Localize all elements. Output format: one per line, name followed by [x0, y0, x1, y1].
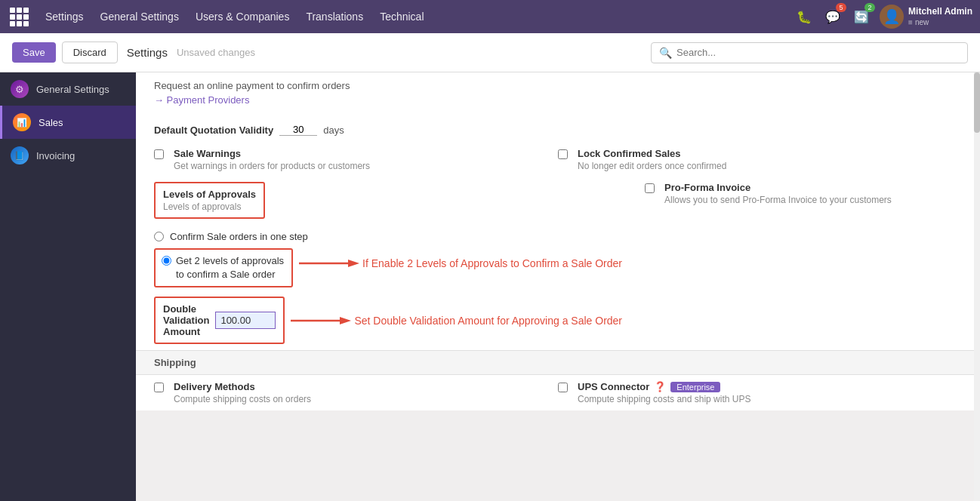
- search-bar: 🔍: [651, 42, 968, 63]
- radio-option-one-step: Confirm Sale orders in one step: [154, 231, 622, 242]
- lock-confirmed-section: Lock Confirmed Sales No longer edit orde…: [558, 148, 962, 171]
- radio-one-step-label: Confirm Sale orders in one step: [170, 231, 308, 242]
- approvals-col: Levels of Approvals Levels of approvals …: [154, 182, 637, 344]
- sale-warnings-desc: Get warnings in orders for products or c…: [174, 161, 558, 171]
- scrollbar-thumb[interactable]: [974, 72, 980, 133]
- proforma-checkbox[interactable]: [645, 183, 655, 193]
- proforma-col: Pro-Forma Invoice Allows you to send Pro…: [637, 182, 962, 205]
- toolbar: Save Discard Settings Unsaved changes 🔍: [0, 33, 980, 72]
- nav-settings[interactable]: Settings: [44, 8, 85, 26]
- delivery-methods-checkbox[interactable]: [154, 383, 164, 392]
- top-info: Request an online payment to confirm ord…: [136, 72, 980, 116]
- avatar: 👤: [880, 5, 904, 29]
- lock-confirmed-checkbox[interactable]: [558, 149, 568, 159]
- nav-translations[interactable]: Translations: [304, 8, 365, 26]
- annotation2-text: Set Double Validation Amount for Approvi…: [354, 315, 622, 327]
- svg-marker-1: [348, 260, 359, 267]
- sidebar-item-invoicing[interactable]: 📘 Invoicing: [0, 139, 136, 172]
- radio2-annotation-row: Get 2 levels of approvals to confirm a S…: [154, 248, 622, 287]
- user-tag: ≡ new: [908, 17, 972, 27]
- quotation-days-input[interactable]: [279, 124, 317, 136]
- arrow1-svg: [299, 256, 359, 271]
- ups-connector-title: UPS Connector: [578, 381, 649, 392]
- sidebar: ⚙ General Settings 📊 Sales 📘 Invoicing: [0, 72, 136, 501]
- nav-general-settings[interactable]: General Settings: [99, 8, 180, 26]
- user-name: Mitchell Admin: [908, 6, 972, 18]
- radio-options: Confirm Sale orders in one step: [154, 231, 622, 242]
- validation-row: Double Validation Amount Set Double Vali…: [154, 297, 622, 344]
- radio-two-levels[interactable]: [162, 256, 171, 266]
- sidebar-label-sales: Sales: [39, 117, 63, 128]
- nav-technical[interactable]: Technical: [378, 8, 425, 26]
- arrow2-container: Set Double Validation Amount for Approvi…: [291, 313, 622, 328]
- arrow2-svg: [291, 313, 351, 328]
- svg-marker-3: [340, 317, 351, 324]
- quotation-row: Default Quotation Validity days: [136, 116, 980, 143]
- chat-badge: 5: [836, 3, 846, 12]
- approvals-box: Levels of Approvals Levels of approvals: [154, 182, 265, 219]
- delivery-methods-section: Delivery Methods Compute shipping costs …: [154, 381, 558, 404]
- validation-input[interactable]: [215, 312, 276, 329]
- quotation-label: Default Quotation Validity: [154, 124, 273, 136]
- proforma-row: Pro-Forma Invoice Allows you to send Pro…: [645, 182, 962, 205]
- ups-connector-desc: Compute shipping costs and ship with UPS: [578, 394, 962, 404]
- search-icon: 🔍: [659, 47, 672, 59]
- radio2-box: Get 2 levels of approvals to confirm a S…: [154, 248, 293, 287]
- general-settings-icon: ⚙: [11, 80, 29, 98]
- warnings-row: Sale Warnings Get warnings in orders for…: [136, 143, 980, 176]
- shipping-header: Shipping: [136, 350, 980, 375]
- quotation-unit: days: [323, 124, 344, 136]
- discard-button[interactable]: Discard: [62, 41, 118, 63]
- sidebar-label-general: General Settings: [36, 84, 109, 95]
- proforma-desc: Allows you to send Pro-Forma Invoice to …: [664, 195, 962, 205]
- delivery-methods-desc: Compute shipping costs on orders: [174, 394, 558, 404]
- help-icon[interactable]: ❓: [654, 381, 666, 392]
- online-payment-text: Request an online payment to confirm ord…: [154, 80, 350, 91]
- app-grid-icon[interactable]: [8, 5, 30, 28]
- approvals-proforma-row: Levels of Approvals Levels of approvals …: [136, 176, 980, 350]
- ups-connector-section: UPS Connector ❓ Enterprise Compute shipp…: [558, 381, 962, 404]
- payment-providers-link[interactable]: → Payment Providers: [154, 94, 249, 106]
- chat-icon-button[interactable]: 💬 5: [822, 6, 843, 27]
- main-content: Request an online payment to confirm ord…: [136, 72, 980, 410]
- radio-two-levels-label: Get 2 levels of approvals to confirm a S…: [176, 254, 285, 281]
- sidebar-item-general[interactable]: ⚙ General Settings: [0, 72, 136, 106]
- lock-confirmed-title: Lock Confirmed Sales: [578, 148, 962, 159]
- proforma-title: Pro-Forma Invoice: [664, 182, 962, 193]
- validation-label: Double Validation Amount: [163, 303, 209, 337]
- approvals-box-title: Levels of Approvals: [163, 189, 256, 200]
- sale-warnings-title: Sale Warnings: [174, 148, 558, 159]
- activity-icon-button[interactable]: 🔄 2: [851, 6, 872, 27]
- sales-icon: 📊: [13, 113, 31, 131]
- sale-warnings-checkbox[interactable]: [154, 149, 164, 159]
- user-name-block: Mitchell Admin ≡ new: [908, 6, 972, 28]
- approvals-box-sub: Levels of approvals: [163, 201, 256, 212]
- sidebar-item-sales[interactable]: 📊 Sales: [0, 106, 136, 139]
- delivery-methods-title: Delivery Methods: [174, 381, 558, 392]
- app-body: ⚙ General Settings 📊 Sales 📘 Invoicing R…: [0, 72, 980, 501]
- page-title: Settings: [127, 46, 168, 59]
- shipping-items-row: Delivery Methods Compute shipping costs …: [136, 375, 980, 410]
- lock-confirmed-desc: No longer edit orders once confirmed: [578, 161, 962, 171]
- search-input[interactable]: [676, 47, 960, 58]
- bug-icon-button[interactable]: 🐛: [794, 6, 815, 27]
- enterprise-badge: Enterprise: [670, 382, 720, 392]
- invoicing-icon: 📘: [11, 146, 29, 164]
- unsaved-indicator: Unsaved changes: [177, 47, 255, 58]
- annotation1-text: If Enable 2 Levels of Approvals to Confi…: [362, 257, 622, 269]
- main-wrapper: Request an online payment to confirm ord…: [136, 72, 980, 501]
- validation-box: Double Validation Amount: [154, 297, 285, 344]
- radio-one-step[interactable]: [154, 232, 164, 241]
- nav-users-companies[interactable]: Users & Companies: [194, 8, 291, 26]
- ups-connector-checkbox[interactable]: [558, 383, 568, 392]
- navbar: Settings General Settings Users & Compan…: [0, 0, 980, 33]
- scrollbar-track: [974, 72, 980, 501]
- sidebar-label-invoicing: Invoicing: [36, 150, 75, 161]
- user-menu[interactable]: 👤 Mitchell Admin ≡ new: [880, 5, 972, 29]
- arrow1-container: If Enable 2 Levels of Approvals to Confi…: [299, 256, 622, 271]
- activity-badge: 2: [864, 3, 875, 12]
- sale-warnings-section: Sale Warnings Get warnings in orders for…: [154, 148, 558, 171]
- save-button[interactable]: Save: [12, 42, 56, 63]
